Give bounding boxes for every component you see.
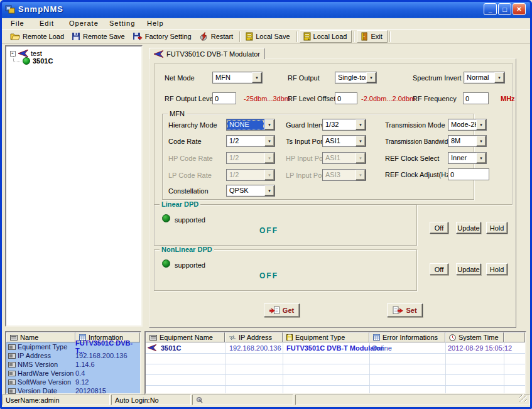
rf-output-level-input[interactable] (212, 92, 236, 104)
chevron-down-icon[interactable] (264, 185, 274, 196)
restart-icon (199, 32, 209, 41)
transmission-mode-select[interactable]: Mode-2K (448, 119, 487, 131)
list-icon (149, 335, 157, 341)
info-row[interactable]: IP Address 192.168.200.136 (6, 351, 140, 360)
tree-node-root[interactable]: test (10, 50, 42, 57)
application-window: SnmpNMS File Edit Operate Setting Help R… (0, 0, 532, 409)
chevron-down-icon[interactable] (356, 136, 366, 146)
toolbar: Remote Load Remote Save Factory Setting … (2, 29, 530, 44)
info-row[interactable]: HardWare Version 0.4 (6, 369, 140, 378)
floppy-small-icon (286, 334, 293, 341)
menu-file[interactable]: File (8, 19, 28, 28)
local-load-button[interactable]: Local Load (300, 30, 352, 43)
linear-dpd-update-button[interactable]: Update (456, 222, 481, 234)
restart-button[interactable]: Restart (196, 30, 237, 43)
eq-name: 3501C (161, 344, 181, 352)
hierarchy-mode-select[interactable]: NONE (226, 119, 275, 131)
ts-input-port-select[interactable]: ASI1 (322, 135, 366, 147)
open-folder-icon (10, 32, 20, 41)
nonlinear-dpd-hold-button[interactable]: Hold (486, 263, 508, 275)
maximize-button[interactable] (498, 3, 511, 15)
info-row[interactable]: Equipment Type FUTV3501C DVB-T... (6, 342, 140, 351)
factory-setting-button[interactable]: Factory Setting (129, 30, 196, 43)
net-mode-select[interactable]: MFN (212, 72, 263, 84)
eq-header-name[interactable]: Equipment Name (146, 332, 225, 342)
menu-setting[interactable]: Setting (106, 19, 138, 28)
info-row[interactable]: Version Date 20120815 (6, 386, 140, 395)
linear-dpd-title: Linear DPD (160, 200, 200, 208)
chevron-down-icon[interactable] (356, 119, 366, 130)
chevron-down-icon[interactable] (264, 136, 274, 146)
minimize-button[interactable] (484, 3, 497, 15)
eq-type: FUTV3501C DVB-T Modulator (286, 344, 383, 352)
ref-clock-adjust-input[interactable] (448, 168, 489, 180)
menu-bar: File Edit Operate Setting Help (2, 18, 530, 29)
nonlinear-dpd-update-button[interactable]: Update (456, 263, 481, 275)
grid-icon (373, 334, 380, 341)
spectrum-invert-select[interactable]: Normal (464, 72, 505, 84)
close-button[interactable] (513, 3, 526, 15)
chevron-down-icon[interactable] (252, 72, 262, 83)
remote-load-button[interactable]: Remote Load (7, 30, 68, 43)
tree-node-device[interactable]: 3501C (23, 57, 53, 65)
info-row[interactable]: SoftWare Version 9.12 (6, 378, 140, 386)
grid-line (146, 353, 525, 354)
chevron-down-icon[interactable] (366, 72, 376, 83)
exit-button[interactable]: Exit (357, 30, 387, 43)
tab-modulator[interactable]: FUTV3501C DVB-T Modulator (149, 48, 265, 59)
guard-interval-select[interactable]: 1/32 (322, 119, 366, 131)
resize-grip[interactable] (519, 395, 527, 402)
eq-header-error[interactable]: Error Informations (369, 332, 445, 342)
menu-edit[interactable]: Edit (36, 19, 57, 28)
transmission-mode-label: Transmission Mode (385, 121, 445, 129)
chevron-down-icon[interactable] (476, 119, 486, 130)
linear-dpd-off-button[interactable]: Off (430, 222, 448, 234)
chevron-down-icon[interactable] (476, 136, 486, 146)
equipment-row[interactable]: 3501C 192.168.200.136 FUTV3501C DVB-T Mo… (146, 342, 525, 353)
ts-input-port-label: Ts Input Port (286, 138, 325, 146)
constellation-select[interactable]: QPSK (226, 185, 275, 197)
info-row[interactable]: NMS Version 1.14.6 (6, 360, 140, 369)
nonlinear-dpd-title: NonLinear DPD (160, 246, 214, 253)
device-status-icon (23, 57, 30, 65)
property-icon (8, 388, 16, 394)
rf-frequency-unit: MHz (501, 95, 515, 103)
nonlinear-dpd-supported-icon (162, 259, 170, 268)
collapse-icon[interactable] (10, 51, 16, 57)
toolbar-separator (296, 31, 298, 42)
menu-help[interactable]: Help (144, 19, 167, 28)
arrow-logo-icon (148, 344, 156, 351)
linear-dpd-hold-button[interactable]: Hold (486, 222, 508, 234)
remote-save-button[interactable]: Remote Save (68, 30, 129, 43)
mfn-group-title: MFN (168, 110, 187, 117)
chevron-down-icon[interactable] (494, 72, 504, 83)
hp-input-port-label: HP Input Port (286, 155, 327, 163)
get-button[interactable]: Get (264, 303, 300, 317)
statusbar-filler (295, 395, 530, 405)
menu-operate[interactable]: Operate (66, 19, 102, 28)
eq-header-ip[interactable]: IP Address (225, 332, 283, 342)
linear-dpd-supported-icon (162, 214, 170, 222)
exit-door-icon (361, 32, 368, 41)
code-rate-select[interactable]: 1/2 (226, 135, 275, 147)
linear-dpd-supported-label: supported (175, 216, 205, 224)
set-button[interactable]: Set (387, 303, 423, 317)
mouse-icon (196, 396, 204, 404)
transmission-bandwidth-select[interactable]: 8M (448, 135, 487, 147)
device-info-table: Name Information Equipment Type FUTV3501… (5, 331, 141, 395)
local-save-button[interactable]: Local Save (242, 30, 294, 43)
ref-clock-select[interactable]: Inner (448, 152, 487, 164)
transmission-bandwidth-label: Transmission Bandwidth (385, 138, 453, 146)
eq-header-time[interactable]: System Time (445, 332, 504, 342)
nonlinear-dpd-off-button[interactable]: Off (430, 263, 448, 275)
rf-frequency-input[interactable] (463, 92, 489, 104)
rf-output-select[interactable]: Single-tone (335, 72, 377, 84)
property-icon (8, 371, 16, 376)
info-header-name[interactable]: Name (6, 332, 75, 342)
rf-level-offset-input[interactable] (335, 92, 357, 104)
chevron-down-icon[interactable] (264, 119, 274, 130)
ref-clock-adjust-label: REF Clock Adjust(Hz) (385, 171, 452, 179)
chevron-down-icon[interactable] (476, 153, 486, 163)
chevron-down-icon (264, 153, 274, 163)
eq-header-type[interactable]: Equipment Type (283, 332, 369, 342)
